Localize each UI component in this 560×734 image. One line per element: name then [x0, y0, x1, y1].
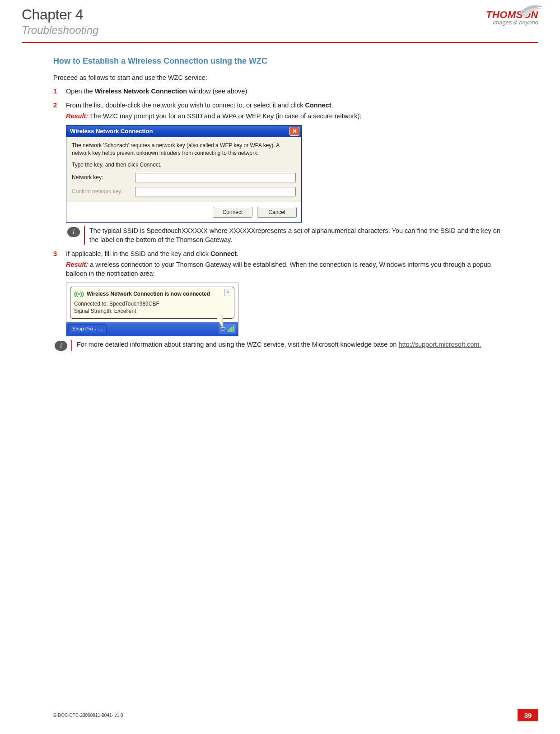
microsoft-support-link[interactable]: http://support.microsoft.com. [398, 341, 481, 348]
step-result: Result: The WZC may prompt you for an SS… [66, 111, 507, 121]
close-icon[interactable]: ✕ [289, 127, 299, 136]
balloon-heading-row: ((•)) Wireless Network Connection is now… [74, 290, 230, 298]
step-1: 1 Open the Wireless Network Connection w… [66, 87, 507, 96]
confirm-key-label: Confirm network key: [72, 188, 135, 195]
chapter-block: Chapter 4 Troubleshooting [22, 6, 98, 37]
network-key-row: Network key: [72, 173, 296, 182]
step-number: 2 [53, 101, 57, 110]
confirm-key-input[interactable] [135, 187, 296, 196]
document-id: E-DOC-CTC-20060911-0041- v1.0 [53, 713, 123, 718]
step-number: 3 [53, 249, 57, 258]
taskbar-app-button[interactable]: Shop Pro - … [68, 324, 107, 334]
info-note-ssid: i The typical SSID is SpeedtouchXXXXXX w… [66, 226, 507, 245]
balloon-line-2: Signal Strength: Excellent [74, 307, 230, 315]
result-label: Result: [66, 261, 88, 268]
network-key-input[interactable] [135, 173, 296, 182]
steps-list: 1 Open the Wireless Network Connection w… [53, 87, 507, 351]
step-number: 1 [53, 87, 57, 96]
tray-signal-icon [228, 325, 234, 332]
brand-logo: THOMSON images & beyond [486, 6, 538, 26]
logo-swoosh-icon [518, 4, 545, 22]
page-header: Chapter 4 Troubleshooting THOMSON images… [0, 0, 560, 37]
info-icon: i [67, 227, 80, 237]
dialog-text-2: Type the key, and then click Connect. [72, 161, 296, 168]
note-text: The typical SSID is SpeedtouchXXXXXX whe… [89, 226, 507, 245]
note-text: For more detailed information about star… [77, 340, 507, 351]
taskbar: Shop Pro - … 🛡 [66, 322, 238, 336]
dialog-body: The network 'Schozach' requires a networ… [66, 137, 301, 202]
step-text: From the list, double-click the network … [66, 102, 333, 109]
cancel-button[interactable]: Cancel [257, 207, 297, 218]
step-text: If applicable, fill in the SSID and the … [66, 250, 238, 257]
confirm-key-row: Confirm network key: [72, 187, 296, 196]
note-divider [71, 340, 72, 351]
step-3: 3 If applicable, fill in the SSID and th… [66, 249, 507, 351]
info-icon-wrap: i [66, 226, 81, 245]
step-result: Result: a wireless connection to your Th… [66, 260, 507, 279]
result-label: Result: [66, 112, 88, 120]
page-footer: E-DOC-CTC-20060911-0041- v1.0 39 [53, 709, 538, 721]
step-2: 2 From the list, double-click the networ… [66, 101, 507, 245]
info-note-msft: i For more detailed information about st… [53, 340, 507, 351]
note-divider [84, 226, 85, 245]
balloon-close-icon[interactable]: ✕ [224, 289, 231, 296]
connect-button[interactable]: Connect [213, 207, 252, 218]
network-key-label: Network key: [72, 174, 135, 181]
step-text: Open the Wireless Network Connection win… [66, 88, 247, 95]
wifi-icon: ((•)) [74, 290, 84, 298]
info-icon-wrap: i [53, 340, 69, 351]
wireless-connection-dialog: Wireless Network Connection ✕ The networ… [66, 125, 302, 223]
info-icon: i [55, 341, 67, 351]
balloon-line-1: Connected to: SpeedTouch989CBF [74, 300, 230, 307]
balloon-heading: Wireless Network Connection is now conne… [87, 290, 210, 298]
page-number-badge: 39 [518, 709, 538, 721]
section-title: How to Establish a Wireless Connection u… [53, 56, 507, 67]
dialog-button-row: Connect Cancel [66, 202, 301, 222]
balloon-tooltip: ✕ ((•)) Wireless Network Connection is n… [70, 287, 234, 319]
dialog-title: Wireless Network Connection [70, 127, 153, 135]
dialog-titlebar: Wireless Network Connection ✕ [66, 125, 301, 137]
content-area: How to Establish a Wireless Connection u… [0, 43, 560, 351]
dialog-text-1: The network 'Schozach' requires a networ… [72, 142, 296, 156]
chapter-title: Chapter 4 [22, 6, 98, 23]
chapter-subtitle: Troubleshooting [22, 24, 98, 37]
intro-text: Proceed as follows to start and use the … [53, 73, 507, 82]
connection-balloon-figure: ✕ ((•)) Wireless Network Connection is n… [66, 283, 238, 336]
balloon-tail-icon [215, 315, 223, 328]
